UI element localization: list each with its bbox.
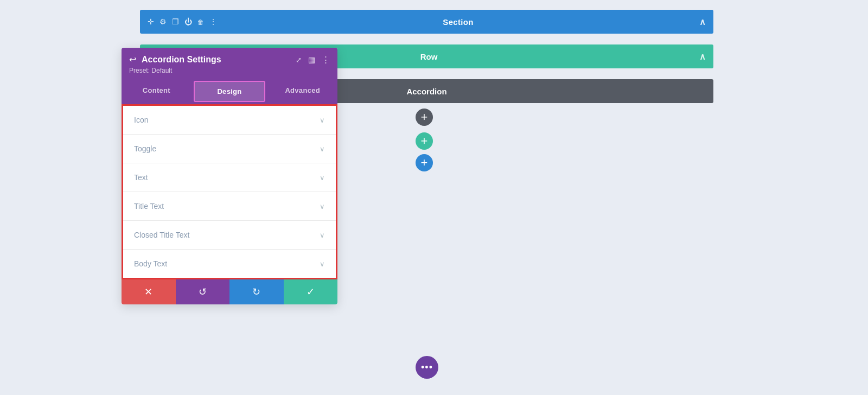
floating-more-button[interactable]: ••• xyxy=(416,356,438,379)
row-bar-title: Row xyxy=(420,52,438,61)
add-button-blue[interactable] xyxy=(416,154,433,171)
redo-button[interactable] xyxy=(229,279,284,304)
panel-dots-icon[interactable] xyxy=(322,55,330,65)
accordion-item-text-label: Text xyxy=(134,173,148,182)
plus-icon xyxy=(421,110,428,124)
tab-advanced[interactable]: Advanced xyxy=(267,81,337,102)
panel-header-left: Accordion Settings xyxy=(129,54,221,65)
tab-content[interactable]: Content xyxy=(122,81,192,102)
undo-button[interactable] xyxy=(176,279,230,304)
save-button[interactable] xyxy=(284,279,338,304)
back-button[interactable] xyxy=(129,54,136,65)
accordion-item-icon[interactable]: Icon xyxy=(123,106,336,135)
accordion-item-icon-chevron xyxy=(320,116,325,124)
move-icon[interactable] xyxy=(148,17,154,26)
expand-icon[interactable] xyxy=(296,55,302,64)
accordion-item-text[interactable]: Text xyxy=(123,163,336,192)
accordion-item-toggle-label: Toggle xyxy=(134,144,156,153)
accordion-item-text-chevron xyxy=(320,174,325,182)
plus-icon xyxy=(421,134,428,148)
row-collapse-icon[interactable] xyxy=(699,52,706,62)
panel-header: Accordion Settings Preset: Default xyxy=(122,48,337,79)
cancel-button[interactable] xyxy=(122,279,176,304)
panel-tabs: Content Design Advanced xyxy=(122,79,337,104)
tab-design[interactable]: Design xyxy=(194,81,266,102)
panel-actions xyxy=(122,279,337,304)
section-bar: Section xyxy=(140,10,713,34)
accordion-item-title-text[interactable]: Title Text xyxy=(123,192,336,221)
add-button-teal[interactable] xyxy=(416,132,433,150)
panel-header-right xyxy=(296,55,330,65)
more-icon: ••• xyxy=(421,362,433,373)
save-icon xyxy=(307,286,315,298)
accordion-item-body-text-chevron xyxy=(320,260,325,268)
undo-icon xyxy=(199,286,207,298)
panel-title: Accordion Settings xyxy=(142,55,221,65)
columns-icon[interactable] xyxy=(308,55,315,64)
accordion-item-icon-label: Icon xyxy=(134,116,148,124)
accordion-item-toggle[interactable]: Toggle xyxy=(123,135,336,163)
accordion-item-body-text[interactable]: Body Text xyxy=(123,250,336,278)
dots-icon[interactable] xyxy=(209,17,217,26)
copy-icon[interactable] xyxy=(172,17,179,26)
plus-icon xyxy=(421,156,428,170)
section-collapse-icon[interactable] xyxy=(699,17,706,27)
section-bar-icons xyxy=(148,17,217,26)
accordion-item-closed-title-text-label: Closed Title Text xyxy=(134,231,189,239)
cancel-icon xyxy=(144,286,152,298)
settings-panel: Accordion Settings Preset: Default Conte… xyxy=(122,48,337,304)
accordion-item-body-text-label: Body Text xyxy=(134,259,167,268)
preset-label[interactable]: Preset: Default xyxy=(129,67,330,74)
accordion-bar-title: Accordion xyxy=(406,87,446,96)
accordion-list: Icon Toggle Text Title Text Closed Title… xyxy=(122,104,337,279)
accordion-item-closed-title-text[interactable]: Closed Title Text xyxy=(123,221,336,250)
add-button-dark[interactable] xyxy=(416,109,433,126)
redo-icon xyxy=(252,286,260,298)
accordion-item-closed-title-text-chevron xyxy=(320,231,325,239)
accordion-item-title-text-label: Title Text xyxy=(134,202,164,211)
accordion-item-title-text-chevron xyxy=(320,202,325,211)
power-icon[interactable] xyxy=(184,17,192,26)
accordion-item-toggle-chevron xyxy=(320,145,325,153)
trash-icon[interactable] xyxy=(197,17,204,26)
settings-icon[interactable] xyxy=(159,17,167,26)
section-bar-title: Section xyxy=(443,17,473,27)
